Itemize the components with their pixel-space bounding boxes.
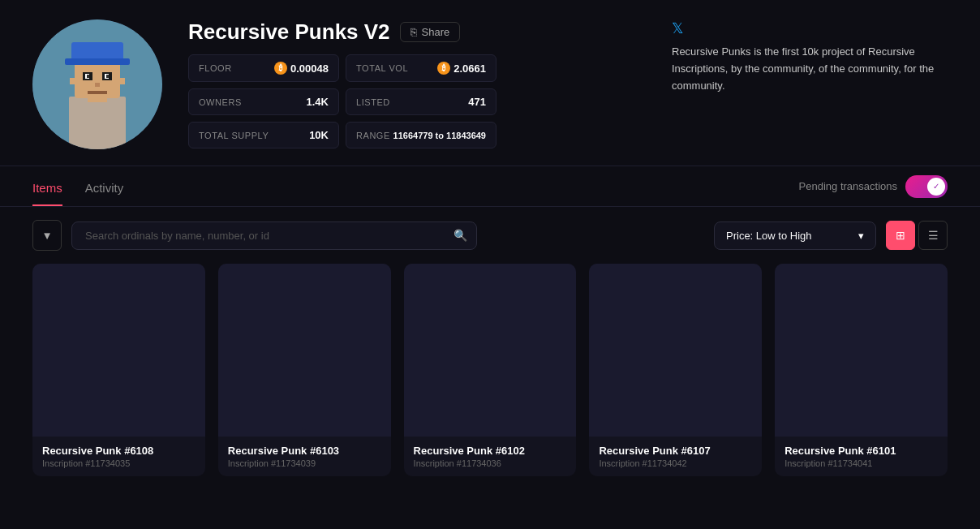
pending-toggle[interactable]: ✓ (905, 175, 948, 198)
share-label: Share (422, 26, 450, 38)
card-inscription: Inscription #11734041 (784, 458, 938, 468)
svg-rect-13 (88, 91, 107, 94)
card-name: Recursive Punk #6108 (42, 445, 196, 457)
svg-rect-12 (95, 83, 100, 87)
search-icon: 🔍 (453, 229, 467, 242)
btc-icon-floor: ₿ (274, 62, 287, 75)
range-value: 11664779 to 11843649 (393, 131, 486, 140)
sort-dropdown[interactable]: Price: Low to High ▾ (714, 221, 876, 250)
stat-total-vol: TOTAL VOL ₿ 2.0661 (346, 54, 496, 82)
card-image (32, 264, 205, 437)
btc-icon-vol: ₿ (437, 62, 450, 75)
stat-total-supply: TOTAL SUPPLY 10K (188, 122, 339, 148)
search-button[interactable]: 🔍 (453, 229, 467, 242)
twitter-icon: 𝕏 (672, 19, 948, 37)
floor-label: FLOOR (199, 63, 232, 73)
list-view-button[interactable]: ☰ (918, 221, 948, 250)
card-info: Recursive Punk #6107 Inscription #117340… (589, 437, 762, 476)
stat-floor: FLOOR ₿ 0.00048 (188, 54, 339, 82)
filter-button[interactable]: ▼ (32, 220, 62, 251)
collection-title-row: Recursive Punks V2 ⎘ Share (188, 19, 630, 45)
list-icon: ☰ (928, 229, 939, 242)
card-name: Recursive Punk #6103 (228, 445, 381, 457)
grid-view-button[interactable]: ⊞ (886, 221, 915, 250)
card-info: Recursive Punk #6103 Inscription #117340… (218, 437, 391, 476)
card-info: Recursive Punk #6101 Inscription #117340… (775, 437, 948, 476)
grid-icon: ⊞ (896, 229, 905, 242)
card-image (589, 264, 762, 437)
svg-rect-1 (69, 97, 126, 149)
card-image (404, 264, 577, 437)
card-item[interactable]: Recursive Punk #6103 Inscription #117340… (218, 264, 391, 476)
filter-icon: ▼ (41, 230, 52, 242)
svg-rect-5 (65, 58, 130, 65)
chevron-down-icon: ▾ (858, 230, 864, 242)
owners-value: 1.4K (307, 96, 329, 108)
total-vol-label: TOTAL VOL (356, 63, 408, 73)
listed-label: LISTED (356, 97, 390, 107)
card-image (775, 264, 948, 437)
card-info: Recursive Punk #6108 Inscription #117340… (32, 437, 205, 476)
stat-owners: OWNERS 1.4K (188, 88, 339, 115)
card-name: Recursive Punk #6102 (414, 445, 567, 457)
card-info: Recursive Punk #6102 Inscription #117340… (404, 437, 577, 476)
toolbar: ▼ 🔍 Price: Low to High ▾ ⊞ ☰ (0, 207, 980, 264)
description-text: Recursive Punks is the first 10k project… (672, 44, 948, 94)
toggle-thumb: ✓ (927, 178, 945, 196)
card-inscription: Inscription #11734036 (414, 458, 567, 468)
svg-rect-14 (70, 78, 75, 84)
collection-title: Recursive Punks V2 (188, 19, 390, 45)
tabs-bar: Items Activity Pending transactions ✓ (0, 166, 980, 207)
collection-description: 𝕏 Recursive Punks is the first 10k proje… (655, 19, 948, 149)
share-icon: ⎘ (410, 26, 417, 38)
tabs-right: Pending transactions ✓ (799, 175, 948, 198)
range-label: RANGE (356, 131, 390, 140)
stats-grid: FLOOR ₿ 0.00048 TOTAL VOL ₿ 2.0661 OWNER… (188, 54, 496, 148)
header-section: Recursive Punks V2 ⎘ Share FLOOR ₿ 0.000… (0, 0, 980, 166)
listed-value: 471 (468, 96, 486, 108)
svg-rect-11 (106, 75, 109, 78)
card-inscription: Inscription #11734039 (228, 458, 381, 468)
card-item[interactable]: Recursive Punk #6107 Inscription #117340… (589, 264, 762, 476)
tab-items[interactable]: Items (32, 166, 62, 206)
total-vol-value: ₿ 2.0661 (437, 62, 486, 75)
stat-range: RANGE 11664779 to 11843649 (346, 122, 496, 148)
card-image (218, 264, 391, 437)
cards-grid: Recursive Punk #6108 Inscription #117340… (0, 264, 980, 496)
owners-label: OWNERS (199, 97, 242, 107)
card-item[interactable]: Recursive Punk #6101 Inscription #117340… (775, 264, 948, 476)
total-supply-value: 10K (309, 129, 329, 141)
card-item[interactable]: Recursive Punk #6102 Inscription #117340… (404, 264, 577, 476)
collection-avatar (32, 19, 162, 149)
tab-activity[interactable]: Activity (85, 166, 124, 206)
share-button[interactable]: ⎘ Share (400, 22, 461, 42)
total-supply-label: TOTAL SUPPLY (199, 131, 269, 140)
view-buttons: ⊞ ☰ (886, 221, 948, 250)
svg-rect-10 (87, 75, 89, 78)
collection-info: Recursive Punks V2 ⎘ Share FLOOR ₿ 0.000… (188, 19, 630, 149)
card-item[interactable]: Recursive Punk #6108 Inscription #117340… (32, 264, 205, 476)
tabs-left: Items Activity (32, 166, 123, 206)
pending-label: Pending transactions (799, 180, 897, 192)
svg-rect-15 (120, 78, 125, 84)
card-inscription: Inscription #11734035 (42, 458, 196, 468)
card-inscription: Inscription #11734042 (599, 458, 752, 468)
search-bar: 🔍 (71, 221, 477, 250)
card-name: Recursive Punk #6107 (599, 445, 752, 457)
floor-value: ₿ 0.00048 (274, 62, 329, 75)
sort-value: Price: Low to High (726, 230, 812, 242)
stat-listed: LISTED 471 (346, 88, 496, 115)
search-input[interactable] (71, 221, 477, 250)
card-name: Recursive Punk #6101 (784, 445, 938, 457)
